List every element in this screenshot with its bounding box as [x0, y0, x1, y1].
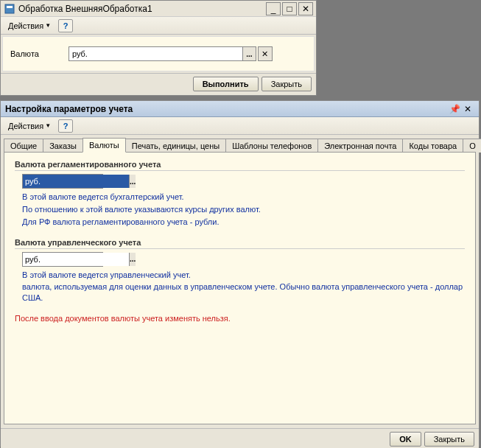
- app-icon: [4, 3, 15, 15]
- tab-content: Валюта регламентированного учета ... В э…: [4, 152, 476, 424]
- actions-label: Действия: [8, 21, 43, 30]
- processing-window: Обработка ВнешняяОбработка1 _ □ ✕ Действ…: [0, 0, 317, 96]
- close-button[interactable]: Закрыть: [261, 77, 312, 91]
- desc-text: В этой валюте ведется бухгалтерский учет…: [22, 192, 465, 203]
- combo-lookup-button[interactable]: ...: [242, 47, 256, 60]
- combo-lookup-button[interactable]: ...: [129, 253, 136, 266]
- desc-text: Для РФ валюта регламентированного учета …: [22, 217, 465, 228]
- chevron-down-icon: ▼: [45, 122, 51, 129]
- execute-button[interactable]: Выполнить: [193, 77, 259, 91]
- combo-lookup-button[interactable]: ...: [129, 175, 136, 188]
- svg-rect-1: [7, 6, 13, 8]
- tab-currencies[interactable]: Валюты: [82, 138, 126, 153]
- pin-icon[interactable]: 📌: [448, 103, 461, 115]
- help-button[interactable]: ?: [58, 19, 73, 32]
- tab-about[interactable]: О: [463, 139, 481, 153]
- content-area: Валюта ... ✕: [2, 36, 315, 71]
- tab-row: Общие Заказы Валюты Печать, единицы, цен…: [1, 135, 479, 153]
- actions-menu[interactable]: Действия ▼: [4, 120, 55, 132]
- currency-label: Валюта: [10, 49, 39, 58]
- tab-phone-templates[interactable]: Шаблоны телефонов: [225, 139, 318, 153]
- warning-text: После ввода документов валюты учета изме…: [15, 314, 465, 323]
- svg-rect-0: [5, 4, 14, 13]
- toolbar: Действия ▼ ?: [1, 117, 479, 135]
- settings-window: Настройка параметров учета 📌 ✕ Действия …: [0, 100, 480, 447]
- close-button[interactable]: ✕: [298, 2, 313, 15]
- close-button[interactable]: ✕: [461, 103, 474, 115]
- management-currency-combo[interactable]: ...: [22, 252, 103, 267]
- minimize-button[interactable]: _: [266, 2, 281, 15]
- regulated-currency-combo[interactable]: ...: [22, 174, 103, 189]
- actions-label: Действия: [8, 122, 43, 130]
- section-title-management: Валюта управленческого учета: [15, 238, 465, 249]
- regulated-currency-input[interactable]: [23, 175, 129, 188]
- button-bar: Выполнить Закрыть: [1, 73, 316, 94]
- desc-text: В этой валюте ведется управленческий уче…: [22, 270, 465, 281]
- tab-orders[interactable]: Заказы: [43, 139, 83, 153]
- currency-combo[interactable]: ...: [69, 46, 256, 61]
- window-title: Настройка параметров учета: [5, 104, 133, 114]
- maximize-button[interactable]: □: [282, 2, 297, 15]
- tab-email[interactable]: Электронная почта: [317, 139, 403, 153]
- section-title-regulated: Валюта регламентированного учета: [15, 160, 465, 171]
- currency-input[interactable]: [69, 47, 242, 60]
- clear-button[interactable]: ✕: [258, 46, 273, 61]
- titlebar: Обработка ВнешняяОбработка1 _ □ ✕: [1, 1, 316, 17]
- desc-text: По отношению к этой валюте указываются к…: [22, 204, 465, 215]
- ok-button[interactable]: OK: [390, 432, 421, 447]
- chevron-down-icon: ▼: [45, 22, 51, 29]
- tab-print[interactable]: Печать, единицы, цены: [125, 139, 226, 153]
- help-button[interactable]: ?: [58, 119, 73, 133]
- button-bar: OK Закрыть: [1, 428, 479, 448]
- tab-product-codes[interactable]: Коды товара: [402, 139, 463, 153]
- desc-text: валюта, используемая для оценки данных в…: [22, 281, 465, 304]
- titlebar: Настройка параметров учета 📌 ✕: [1, 101, 479, 117]
- tab-general[interactable]: Общие: [4, 139, 43, 153]
- toolbar: Действия ▼ ?: [1, 17, 316, 35]
- close-button[interactable]: Закрыть: [424, 432, 474, 447]
- actions-menu[interactable]: Действия ▼: [4, 20, 55, 32]
- window-title: Обработка ВнешняяОбработка1: [18, 4, 152, 14]
- management-currency-input[interactable]: [23, 253, 129, 266]
